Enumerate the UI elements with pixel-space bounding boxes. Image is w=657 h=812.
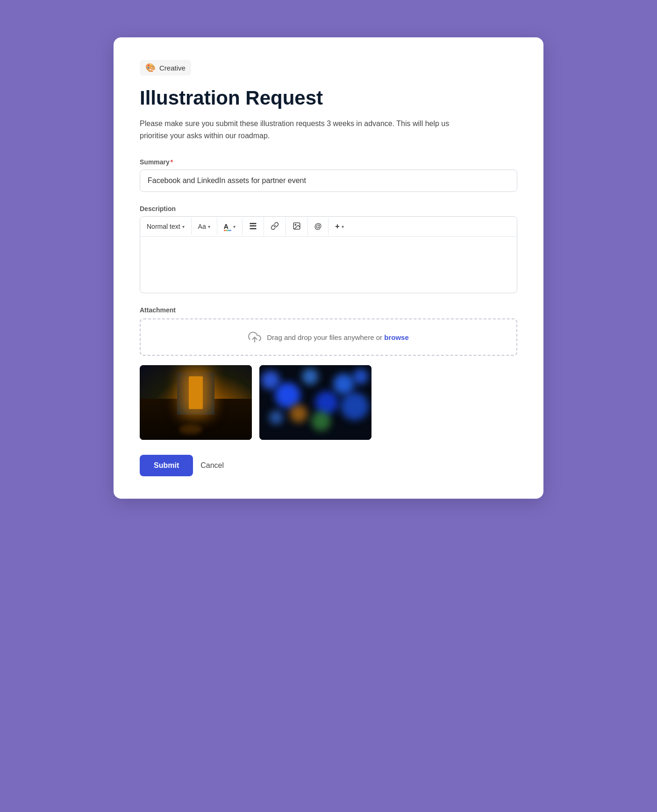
mention-icon: @	[314, 222, 322, 231]
font-size-dropdown[interactable]: Aa ▾	[192, 218, 217, 235]
description-field-group: Description Normal text ▾ Aa ▾ A ▾	[140, 205, 517, 293]
bokeh-image	[259, 365, 371, 440]
mention-button[interactable]: @	[308, 218, 329, 235]
color-icon: A	[224, 223, 231, 230]
list-icon: ☰	[249, 221, 257, 232]
more-button[interactable]: + ▾	[328, 218, 350, 235]
form-card: 🎨 Creative Illustration Request Please m…	[114, 37, 543, 499]
editor-body[interactable]	[140, 237, 517, 293]
page-background: 🎨 Creative Illustration Request Please m…	[100, 19, 557, 517]
required-indicator: *	[171, 158, 173, 166]
description-editor: Normal text ▾ Aa ▾ A ▾ ☰	[140, 216, 517, 293]
attachment-section: Attachment Drag and drop your files anyw…	[140, 306, 517, 440]
drop-zone[interactable]: Drag and drop your files anywhere or bro…	[140, 318, 517, 356]
submit-button[interactable]: Submit	[140, 455, 193, 476]
svg-point-1	[295, 224, 296, 225]
summary-label: Summary*	[140, 158, 517, 166]
text-style-label: Normal text	[147, 223, 180, 230]
image-button[interactable]	[286, 217, 308, 236]
description-label: Description	[140, 205, 517, 212]
harbor-image	[140, 365, 252, 440]
workspace-badge: 🎨 Creative	[140, 60, 191, 76]
summary-input[interactable]	[140, 169, 517, 192]
page-title: Illustration Request	[140, 87, 517, 109]
drop-zone-text: Drag and drop your files anywhere or bro…	[267, 333, 408, 341]
attachment-thumbnail-harbor[interactable]	[140, 365, 252, 440]
workspace-icon: 🎨	[145, 63, 156, 73]
browse-link[interactable]: browse	[384, 333, 409, 341]
attachments-grid	[140, 365, 517, 440]
text-style-dropdown[interactable]: Normal text ▾	[140, 218, 192, 235]
text-style-chevron-icon: ▾	[182, 224, 185, 229]
more-chevron-icon: ▾	[342, 224, 344, 229]
color-dropdown[interactable]: A ▾	[217, 218, 243, 235]
editor-toolbar: Normal text ▾ Aa ▾ A ▾ ☰	[140, 217, 517, 237]
upload-icon	[248, 331, 261, 344]
image-icon	[293, 222, 301, 232]
attachment-label: Attachment	[140, 306, 517, 314]
page-description: Please make sure you submit these illust…	[140, 118, 457, 141]
font-size-chevron-icon: ▾	[208, 224, 210, 229]
color-chevron-icon: ▾	[233, 224, 236, 229]
font-size-label: Aa	[198, 223, 206, 230]
list-button[interactable]: ☰	[243, 217, 264, 236]
link-button[interactable]	[264, 217, 286, 236]
attachment-thumbnail-bokeh[interactable]	[259, 365, 371, 440]
form-actions: Submit Cancel	[140, 455, 517, 476]
workspace-label: Creative	[159, 64, 186, 72]
more-label: +	[335, 222, 339, 231]
link-icon	[271, 222, 279, 232]
cancel-button[interactable]: Cancel	[200, 461, 224, 470]
summary-field-group: Summary*	[140, 158, 517, 192]
